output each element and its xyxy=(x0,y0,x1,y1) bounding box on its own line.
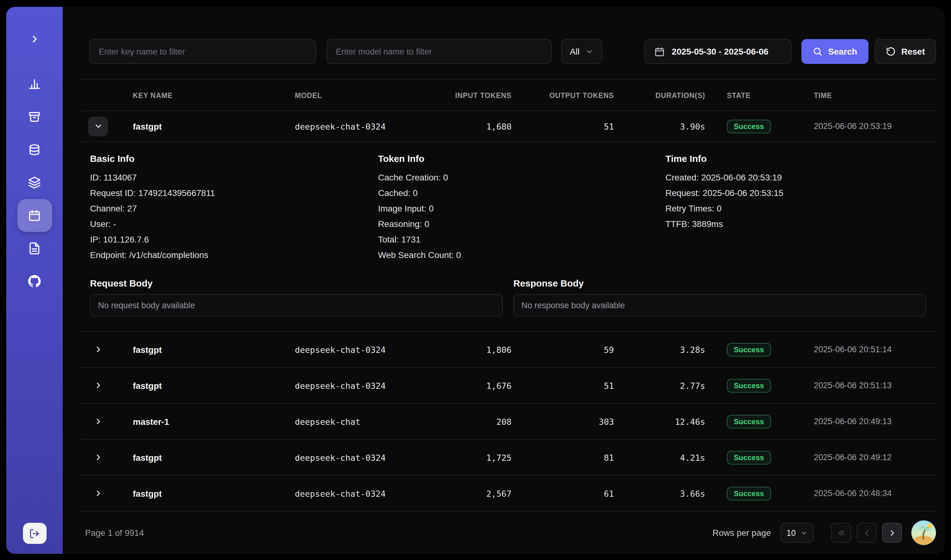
cell-output-tokens: 61 xyxy=(511,488,614,498)
request-body-section: Request Body No request body available xyxy=(90,278,503,316)
cell-output-tokens: 51 xyxy=(511,380,614,391)
status-badge: Success xyxy=(727,343,771,356)
key-filter-input[interactable] xyxy=(90,39,316,64)
chevron-right-icon xyxy=(888,528,897,537)
detail-line: Channel: 27 xyxy=(90,201,378,217)
basic-info-title: Basic Info xyxy=(90,153,378,164)
table-row[interactable]: master-1 deepseek-chat 208 303 12.46s Su… xyxy=(80,404,936,440)
detail-line: Retry Times: 0 xyxy=(665,201,926,217)
group-select-value: All xyxy=(570,46,579,57)
sidebar xyxy=(6,7,63,554)
detail-bodies: Request Body No request body available R… xyxy=(90,278,926,316)
table-row[interactable]: fastgpt deepseek-chat-0324 1,806 59 3.28… xyxy=(80,332,936,368)
detail-line: Web Search Count: 0 xyxy=(378,248,665,263)
detail-line: Created: 2025-06-06 20:53:19 xyxy=(665,170,926,185)
cell-model: deepseek-chat-0324 xyxy=(290,488,428,498)
sidebar-item-logs[interactable] xyxy=(17,199,52,232)
cell-time: 2025-06-06 20:48:34 xyxy=(800,489,936,498)
file-text-icon xyxy=(28,242,41,255)
app-window: All 2025-05-30 - 2025-06-06 xyxy=(6,7,945,554)
chevron-down-icon xyxy=(801,529,807,536)
cell-output-tokens: 59 xyxy=(511,345,614,354)
reset-button[interactable]: Reset xyxy=(875,39,936,64)
detail-line: ID: 1134067 xyxy=(90,170,378,185)
logs-table: KEY NAME MODEL INPUT TOKENS OUTPUT TOKEN… xyxy=(80,79,936,512)
status-badge: Success xyxy=(727,415,771,428)
tropical-island-avatar-image xyxy=(911,520,936,545)
cell-model: deepseek-chat-0324 xyxy=(290,452,428,462)
first-page-button[interactable] xyxy=(831,523,851,543)
sidebar-item-packages[interactable] xyxy=(17,100,52,133)
expand-row-button[interactable] xyxy=(88,448,108,467)
cell-duration: 12.46s xyxy=(614,417,705,426)
model-filter-input[interactable] xyxy=(327,39,552,64)
cell-duration: 2.77s xyxy=(614,380,705,391)
chevron-right-icon xyxy=(93,345,103,354)
detail-line: User: - xyxy=(90,217,378,232)
expand-row-button[interactable] xyxy=(88,375,108,395)
cell-model: deepseek-chat-0324 xyxy=(290,345,428,354)
cell-key-name: fastgpt xyxy=(115,345,290,354)
detail-line: Endpoint: /v1/chat/completions xyxy=(90,248,378,263)
sidebar-item-analytics[interactable] xyxy=(17,68,52,100)
cell-time: 2025-06-06 20:51:14 xyxy=(800,345,936,354)
response-body-box: No response body available xyxy=(513,294,926,316)
time-info-title: Time Info xyxy=(665,153,926,164)
sidebar-item-database[interactable] xyxy=(17,133,52,166)
group-select[interactable]: All xyxy=(561,39,602,64)
cell-time: 2025-06-06 20:53:19 xyxy=(800,122,936,131)
filter-actions: 2025-05-30 - 2025-06-06 Search Reset xyxy=(644,39,936,64)
detail-line: TTFB: 3889ms xyxy=(665,217,926,232)
token-info-title: Token Info xyxy=(378,153,665,164)
status-badge: Success xyxy=(727,378,771,392)
expand-row-button[interactable] xyxy=(88,411,108,431)
previous-page-button[interactable] xyxy=(857,523,877,543)
sidebar-collapse-button[interactable] xyxy=(22,28,47,50)
next-page-button[interactable] xyxy=(882,523,902,543)
user-avatar[interactable] xyxy=(911,520,936,545)
reset-button-label: Reset xyxy=(902,46,925,57)
table-footer: Page 1 of 9914 Rows per page 10 xyxy=(80,512,936,554)
table-row[interactable]: fastgpt deepseek-chat-0324 1,680 51 3.90… xyxy=(80,111,936,142)
chevron-right-icon xyxy=(93,453,103,462)
status-badge: Success xyxy=(727,119,771,133)
sidebar-item-docs[interactable] xyxy=(17,232,52,265)
page-info: Page 1 of 9914 xyxy=(85,528,144,538)
cell-model: deepseek-chat-0324 xyxy=(290,380,428,391)
cell-duration: 3.66s xyxy=(614,488,705,498)
database-icon xyxy=(28,143,41,156)
cell-time: 2025-06-06 20:51:13 xyxy=(800,381,936,390)
time-info-section: Time Info Created: 2025-06-06 20:53:19 R… xyxy=(665,153,926,263)
logout-icon xyxy=(29,528,40,538)
detail-line: Request ID: 1749214395667811 xyxy=(90,185,378,201)
table-row[interactable]: fastgpt deepseek-chat-0324 1,725 81 4.21… xyxy=(80,440,936,475)
cell-key-name: fastgpt xyxy=(115,380,290,391)
collapse-row-button[interactable] xyxy=(88,116,108,136)
rows-per-page-label: Rows per page xyxy=(713,528,771,538)
status-badge: Success xyxy=(727,451,771,464)
rows-per-page-select[interactable]: 10 xyxy=(780,523,814,543)
date-range-picker[interactable]: 2025-05-30 - 2025-06-06 xyxy=(644,39,792,64)
table-row[interactable]: fastgpt deepseek-chat-0324 2,567 61 3.66… xyxy=(80,475,936,512)
cell-key-name: fastgpt xyxy=(115,121,290,131)
detail-info-columns: Basic Info ID: 1134067 Request ID: 17492… xyxy=(90,153,926,263)
search-button-label: Search xyxy=(828,46,857,57)
cell-input-tokens: 2,567 xyxy=(428,488,511,498)
logout-button[interactable] xyxy=(23,523,46,544)
column-header-input-tokens: INPUT TOKENS xyxy=(428,91,511,99)
sidebar-item-github[interactable] xyxy=(17,265,52,298)
filter-bar: All 2025-05-30 - 2025-06-06 xyxy=(90,39,936,64)
archive-box-icon xyxy=(28,111,41,123)
expand-row-button[interactable] xyxy=(88,483,108,503)
detail-line: Image Input: 0 xyxy=(378,201,665,217)
column-header-key-name: KEY NAME xyxy=(115,91,290,99)
cell-key-name: fastgpt xyxy=(115,488,290,498)
table-row[interactable]: fastgpt deepseek-chat-0324 1,676 51 2.77… xyxy=(80,368,936,404)
cell-time: 2025-06-06 20:49:12 xyxy=(800,453,936,462)
cell-input-tokens: 208 xyxy=(428,417,511,426)
search-button[interactable]: Search xyxy=(801,39,868,64)
calendar-icon xyxy=(654,46,665,57)
column-header-output-tokens: OUTPUT TOKENS xyxy=(511,91,614,99)
expand-row-button[interactable] xyxy=(88,340,108,359)
sidebar-item-models[interactable] xyxy=(17,166,52,199)
